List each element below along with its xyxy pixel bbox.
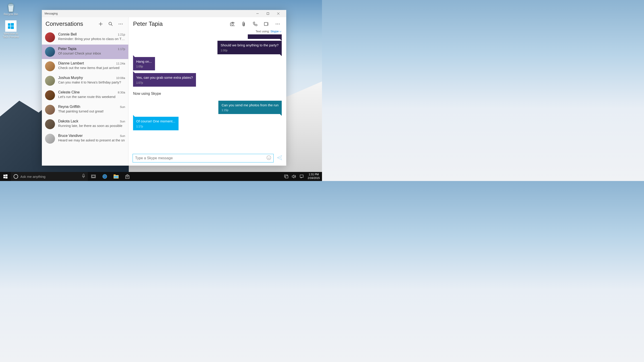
svg-rect-6 bbox=[267, 13, 269, 15]
svg-point-19 bbox=[276, 24, 276, 24]
svg-rect-32 bbox=[92, 175, 95, 177]
messages-view[interactable]: Should we bring anything to the party? 1… bbox=[128, 34, 286, 151]
chat-more-button[interactable] bbox=[276, 22, 280, 26]
conversation-item[interactable]: Reyna Griffith Sun That painting turned … bbox=[42, 102, 128, 117]
conversation-item[interactable]: Dianne Lambert 11:24a Check out the new … bbox=[42, 59, 128, 74]
text-using-selector[interactable]: Text using: Skype bbox=[128, 30, 286, 34]
message-bubble[interactable]: Should we bring anything to the party? 1… bbox=[218, 41, 282, 54]
compose-input-wrap[interactable] bbox=[132, 154, 274, 162]
svg-rect-37 bbox=[114, 176, 118, 178]
send-button[interactable] bbox=[277, 155, 282, 161]
conversation-item[interactable]: Bruce Vandiver Sun Heard we may be asked… bbox=[42, 132, 128, 146]
conversation-item[interactable]: Dakota Lack Sun Running late, be there a… bbox=[42, 117, 128, 132]
compose-input[interactable] bbox=[135, 156, 266, 160]
conversation-list[interactable]: Connie Bell 1:21p Reminder: Bring your p… bbox=[42, 30, 128, 166]
svg-rect-39 bbox=[126, 176, 127, 177]
start-button[interactable] bbox=[0, 172, 11, 181]
conversation-time: 1:21p bbox=[118, 33, 125, 36]
taskbar-clock[interactable]: 1:31 PM 2/16/2015 bbox=[306, 173, 322, 180]
avatar bbox=[45, 76, 55, 86]
message-bubble[interactable]: Of course! One moment... 1:17p bbox=[133, 117, 178, 130]
titlebar[interactable]: Messaging bbox=[42, 10, 286, 17]
conversation-item[interactable]: Celeste Cline 8:30a Let's run the same r… bbox=[42, 88, 128, 102]
task-view-button[interactable] bbox=[88, 172, 99, 181]
close-button[interactable] bbox=[273, 10, 284, 17]
cortana-icon bbox=[14, 174, 18, 179]
windows-logo-icon bbox=[5, 20, 16, 32]
avatar bbox=[45, 105, 55, 115]
svg-rect-40 bbox=[128, 176, 128, 177]
text-using-service-link[interactable]: Skype bbox=[270, 30, 281, 33]
svg-point-13 bbox=[119, 24, 120, 24]
video-call-button[interactable] bbox=[264, 22, 268, 26]
svg-rect-42 bbox=[285, 176, 288, 178]
svg-rect-36 bbox=[114, 174, 116, 176]
message-bubble[interactable]: Yes, can you grab some extra plates? 1:0… bbox=[133, 73, 196, 87]
avatar bbox=[45, 134, 55, 144]
network-icon[interactable] bbox=[282, 175, 290, 178]
message-text: Can you send me photos from the run bbox=[222, 103, 278, 108]
desktop-icon-label: Welcome to Tech Preview bbox=[3, 32, 19, 38]
message-fragment bbox=[248, 34, 282, 39]
conversation-item[interactable]: Peter Tapia 1:17p Of course! Check your … bbox=[42, 44, 128, 59]
message-time: 1:17p bbox=[136, 125, 175, 128]
svg-rect-30 bbox=[83, 174, 84, 176]
emoji-button[interactable] bbox=[266, 156, 271, 161]
message-time: 1:15p bbox=[222, 108, 278, 112]
maximize-button[interactable] bbox=[263, 10, 273, 17]
conversation-preview: Reminder: Bring your photos to class on … bbox=[58, 37, 125, 41]
window-title: Messaging bbox=[44, 12, 58, 15]
conversation-item[interactable]: Joshua Murphy 10:08a Can you make it to … bbox=[42, 74, 128, 88]
svg-point-17 bbox=[232, 23, 234, 25]
action-center-icon[interactable] bbox=[298, 174, 306, 178]
conversation-time: Sun bbox=[120, 105, 125, 108]
conversation-preview: Heard we may be asked to present at the … bbox=[58, 138, 125, 142]
svg-point-15 bbox=[122, 24, 123, 24]
desktop-icon-label: Recycle Bin bbox=[4, 13, 18, 16]
conversation-preview: Check out the new items that just arrive… bbox=[58, 66, 125, 70]
clock-time: 1:31 PM bbox=[308, 173, 320, 176]
new-conversation-button[interactable] bbox=[98, 22, 103, 26]
minimize-button[interactable] bbox=[252, 10, 263, 17]
conversation-time: 10:08a bbox=[116, 76, 125, 80]
avatar bbox=[45, 119, 55, 129]
conversation-name: Connie Bell bbox=[58, 32, 77, 36]
compose-bar bbox=[128, 151, 286, 166]
internet-explorer-icon[interactable] bbox=[99, 172, 110, 181]
cortana-search-box[interactable]: Ask me anything bbox=[11, 172, 88, 181]
volume-icon[interactable] bbox=[290, 175, 298, 178]
more-button[interactable] bbox=[118, 22, 123, 26]
call-button[interactable] bbox=[253, 22, 257, 26]
desktop-icons: Recycle Bin Welcome to Tech Preview bbox=[2, 2, 20, 43]
message-text: Hang on... bbox=[136, 59, 152, 64]
chat-panel: Peter Tapia Text using: Skype Should we … bbox=[128, 17, 286, 166]
microphone-icon[interactable] bbox=[82, 174, 85, 179]
message-text: Yes, can you grab some extra plates? bbox=[136, 75, 193, 80]
conversation-name: Celeste Cline bbox=[58, 90, 80, 94]
chat-contact-name: Peter Tapia bbox=[133, 20, 230, 28]
conversation-preview: Running late, be there as soon as possib… bbox=[58, 124, 125, 128]
conversation-time: Sun bbox=[120, 134, 125, 138]
sidebar-title: Conversations bbox=[46, 20, 98, 28]
desktop-icon-recycle-bin[interactable]: Recycle Bin bbox=[2, 2, 20, 16]
conversation-name: Bruce Vandiver bbox=[58, 134, 82, 138]
svg-point-0 bbox=[8, 4, 14, 6]
conversation-item[interactable]: Connie Bell 1:21p Reminder: Bring your p… bbox=[42, 30, 128, 44]
attachment-button[interactable] bbox=[242, 22, 246, 26]
svg-point-20 bbox=[278, 24, 278, 24]
desktop-icon-tech-preview[interactable]: Welcome to Tech Preview bbox=[2, 20, 20, 38]
message-bubble[interactable]: Can you send me photos from the run 1:15… bbox=[218, 101, 282, 114]
camera-button[interactable] bbox=[230, 22, 235, 26]
recycle-bin-icon bbox=[6, 2, 16, 12]
avatar bbox=[45, 61, 55, 71]
svg-point-22 bbox=[267, 156, 271, 160]
svg-rect-3 bbox=[8, 26, 10, 29]
svg-rect-27 bbox=[6, 174, 8, 176]
svg-point-14 bbox=[120, 24, 121, 24]
store-icon[interactable] bbox=[122, 172, 133, 181]
file-explorer-icon[interactable] bbox=[110, 172, 122, 181]
search-button[interactable] bbox=[108, 22, 113, 26]
message-bubble[interactable]: Hang on... 1:05p bbox=[133, 57, 155, 70]
avatar bbox=[45, 32, 55, 42]
conversation-preview: Of course! Check your inbox bbox=[58, 51, 125, 55]
